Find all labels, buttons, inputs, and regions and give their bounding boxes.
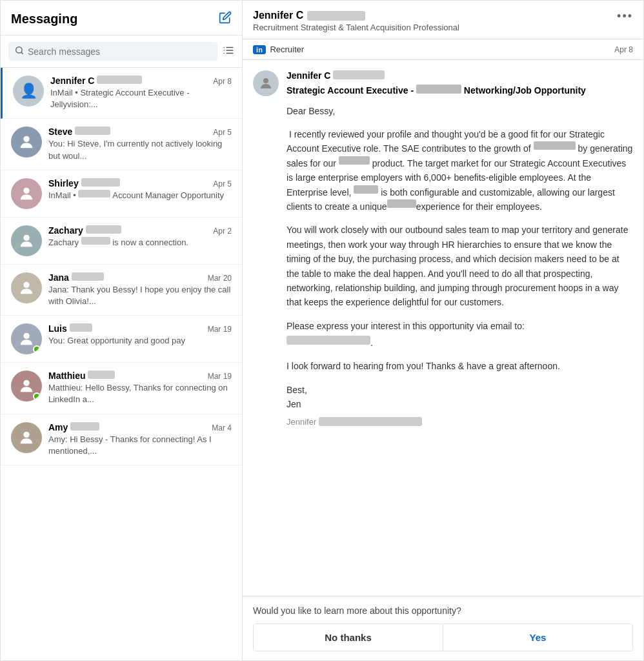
search-bar: [1, 36, 242, 68]
more-options-icon[interactable]: •••: [617, 10, 633, 23]
left-header: Messaging: [1, 1, 242, 36]
list-item[interactable]: Steve Apr 5 You: Hi Steve, I'm currently…: [1, 119, 242, 170]
avatar-placeholder: 👤: [20, 83, 37, 99]
conv-date: Apr 8: [213, 77, 232, 86]
msg-closing: Best,Jen: [287, 383, 633, 412]
conv-name: Steve: [48, 127, 110, 137]
msg-avatar: [253, 70, 279, 96]
list-item[interactable]: Zachary Apr 2 Zachary is now a connectio…: [1, 218, 242, 265]
svg-point-8: [23, 136, 29, 142]
msg-para-3: You will work closely with our outbound …: [287, 223, 633, 309]
avatar: [11, 272, 42, 303]
msg-para-4: Please express your interest in this opp…: [287, 319, 633, 351]
message-date: Apr 8: [614, 45, 633, 54]
conv-body: Jana Mar 20 Jana: Thank you Bessy! I hop…: [48, 272, 232, 307]
conv-top-row: Jennifer C Apr 8: [50, 76, 232, 86]
contact-name-blurred: [307, 11, 365, 21]
msg-content: Jennifer C Strategic Account Executive -…: [287, 70, 633, 427]
conv-date: Mar 4: [212, 423, 232, 432]
messaging-title: Messaging: [11, 12, 77, 26]
list-item[interactable]: Luis Mar 19 You: Great opportunity and g…: [1, 316, 242, 363]
list-item[interactable]: Shirley Apr 5 InMail • Account Manager O…: [1, 170, 242, 218]
svg-point-11: [23, 281, 29, 287]
conv-top-row: Zachary Apr 2: [48, 225, 232, 236]
avatar: [11, 225, 42, 256]
avatar: [11, 422, 42, 453]
conv-body: Luis Mar 19 You: Great opportunity and g…: [48, 323, 232, 347]
no-thanks-button[interactable]: No thanks: [254, 624, 443, 651]
conv-preview: InMail • Strategic Account Executive - J…: [50, 87, 232, 110]
conv-body: Amy Mar 4 Amy: Hi Bessy - Thanks for con…: [48, 422, 232, 457]
conv-top-row: Luis Mar 19: [48, 323, 232, 334]
conv-date: Mar 20: [208, 274, 232, 283]
msg-para-2: I recently reviewed your profile and tho…: [287, 127, 633, 214]
conv-name: Matthieu: [48, 371, 115, 381]
recruiter-badge-row: in Recruiter Apr 8: [243, 39, 643, 60]
conv-top-row: Steve Apr 5: [48, 127, 232, 137]
msg-subject: Strategic Account Executive - Networking…: [287, 85, 633, 97]
right-header-info: Jennifer C Recruitment Strategist & Tale…: [253, 10, 459, 32]
conv-preview: You: Great opportunity and good pay: [48, 335, 232, 347]
right-panel: Jennifer C Recruitment Strategist & Tale…: [243, 1, 643, 660]
list-item[interactable]: Matthieu Mar 19 Matthieu: Hello Bessy, T…: [1, 363, 242, 414]
right-header: Jennifer C Recruitment Strategist & Tale…: [243, 1, 643, 39]
avatar: [11, 178, 42, 209]
conv-preview: Amy: Hi Bessy - Thanks for connecting! A…: [48, 434, 232, 457]
conv-preview: Jana: Thank you Bessy! I hope you enjoy …: [48, 284, 232, 307]
svg-point-12: [23, 333, 29, 339]
conv-date: Mar 19: [208, 325, 232, 334]
online-indicator: [33, 392, 41, 400]
action-bar: Would you like to learn more about this …: [243, 596, 643, 660]
footer-sender: Jennifer: [287, 417, 633, 427]
search-input[interactable]: [28, 46, 211, 57]
action-buttons: No thanks Yes: [253, 624, 633, 651]
avatar: [11, 323, 42, 354]
contact-name: Jennifer C: [253, 10, 303, 21]
msg-sender-name: Jennifer C: [287, 70, 633, 81]
conv-name: Amy: [48, 422, 99, 432]
svg-point-9: [23, 187, 29, 193]
compose-icon[interactable]: [219, 11, 232, 27]
conversation-list: 👤 Jennifer C Apr 8 InMail • Strategic Ac…: [1, 68, 242, 660]
search-icon: [15, 46, 24, 57]
conv-body: Steve Apr 5 You: Hi Steve, I'm currently…: [48, 127, 232, 161]
msg-para-5: I look forward to hearing from you! Than…: [287, 359, 633, 373]
conv-body: Shirley Apr 5 InMail • Account Manager O…: [48, 178, 232, 201]
right-header-name: Jennifer C: [253, 10, 459, 21]
right-header-subtitle: Recruitment Strategist & Talent Acquisit…: [253, 23, 459, 32]
list-item[interactable]: Jana Mar 20 Jana: Thank you Bessy! I hop…: [1, 265, 242, 316]
conv-date: Apr 5: [213, 128, 232, 137]
conv-body: Matthieu Mar 19 Matthieu: Hello Bessy, T…: [48, 371, 232, 405]
msg-body: Dear Bessy, I recently reviewed your pro…: [287, 104, 633, 412]
conv-date: Apr 2: [213, 227, 232, 236]
conv-name: Jennifer C: [50, 76, 142, 86]
filter-icon[interactable]: [223, 45, 234, 59]
conv-top-row: Jana Mar 20: [48, 272, 232, 283]
conv-body: Zachary Apr 2 Zachary is now a connectio…: [48, 225, 232, 249]
conv-preview: Zachary is now a connection.: [48, 237, 232, 249]
yes-button[interactable]: Yes: [443, 624, 632, 651]
app-container: Messaging: [0, 0, 644, 661]
conv-preview: InMail • Account Manager Opportunity: [48, 190, 232, 201]
list-item[interactable]: 👤 Jennifer C Apr 8 InMail • Strategic Ac…: [1, 68, 242, 119]
conv-top-row: Amy Mar 4: [48, 422, 232, 432]
svg-point-13: [23, 380, 29, 386]
avatar: [11, 371, 42, 402]
svg-point-10: [23, 234, 29, 240]
conv-date: Mar 19: [208, 372, 232, 381]
conv-date: Apr 5: [213, 179, 232, 188]
conv-name: Jana: [48, 272, 104, 283]
conv-top-row: Matthieu Mar 19: [48, 371, 232, 381]
recruiter-label: Recruiter: [270, 45, 304, 54]
conv-body: Jennifer C Apr 8 InMail • Strategic Acco…: [50, 76, 232, 110]
action-question: Would you like to learn more about this …: [253, 605, 633, 616]
avatar: 👤: [13, 76, 44, 107]
list-item[interactable]: Amy Mar 4 Amy: Hi Bessy - Thanks for con…: [1, 414, 242, 465]
message-area: Jennifer C Strategic Account Executive -…: [243, 60, 643, 596]
avatar: [11, 127, 42, 158]
conv-name: Shirley: [48, 178, 120, 188]
svg-point-15: [263, 78, 268, 83]
conv-preview: You: Hi Steve, I'm currently not activel…: [48, 138, 232, 161]
left-panel: Messaging: [1, 1, 243, 660]
recruiter-badge: in Recruiter: [253, 45, 304, 54]
